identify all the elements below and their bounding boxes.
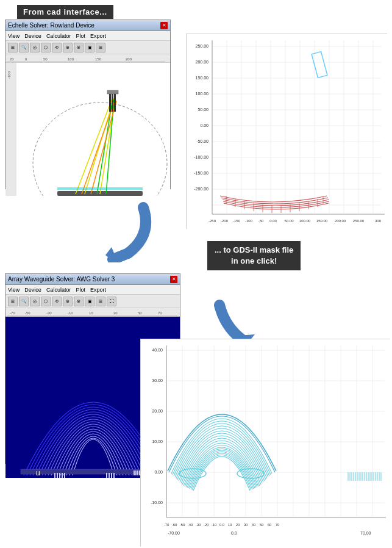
- menu-device[interactable]: Device: [24, 33, 41, 39]
- svg-rect-21: [114, 93, 116, 112]
- svg-text:0: 0: [25, 57, 27, 61]
- awg-toolbar-btn-4[interactable]: ⬡: [41, 297, 51, 306]
- svg-text:-50: -50: [25, 311, 30, 315]
- svg-rect-105: [111, 473, 112, 478]
- menu-plot[interactable]: Plot: [76, 33, 85, 39]
- awg-menu-export[interactable]: Export: [90, 287, 106, 293]
- awg-toolbar-btn-7[interactable]: ⊗: [74, 297, 84, 306]
- svg-text:-40: -40: [188, 523, 193, 527]
- cad-menubar: View Device Calculator Plot Export: [5, 31, 170, 41]
- svg-text:100.00: 100.00: [299, 219, 311, 223]
- svg-text:20.00: 20.00: [152, 409, 163, 413]
- svg-text:200.00: 200.00: [335, 219, 346, 223]
- cad-window: Echelle Solver: Rowland Device ✕ View De…: [5, 20, 171, 189]
- awg-toolbar-btn-1[interactable]: ⊞: [8, 297, 18, 306]
- svg-text:-100: -100: [7, 71, 11, 79]
- svg-text:250.00: 250.00: [196, 44, 209, 48]
- toolbar-btn-1[interactable]: ⊞: [8, 43, 18, 52]
- awg-menu-plot[interactable]: Plot: [76, 287, 85, 293]
- awg-toolbar-btn-3[interactable]: ◎: [30, 297, 40, 306]
- svg-text:u: u: [36, 469, 40, 477]
- toolbar-btn-2[interactable]: 🔍: [19, 43, 29, 52]
- svg-text:-10: -10: [212, 523, 217, 527]
- svg-text:-150.00: -150.00: [194, 171, 208, 175]
- svg-text:-50.00: -50.00: [196, 139, 208, 143]
- svg-text:30: 30: [244, 523, 248, 527]
- awg-toolbar-btn-5[interactable]: ⟲: [52, 297, 62, 306]
- menu-view[interactable]: View: [8, 33, 20, 39]
- svg-rect-101: [62, 473, 63, 478]
- svg-text:70: 70: [276, 523, 280, 527]
- svg-text:150.00: 150.00: [316, 219, 328, 223]
- toolbar-btn-9[interactable]: ⊞: [96, 43, 105, 52]
- svg-text:-100.00: -100.00: [194, 155, 208, 159]
- awg-ruler: -70 -50 -30 -10 10 30 50 70: [5, 308, 180, 317]
- awg-toolbar: ⊞ 🔍 ◎ ⬡ ⟲ ⊕ ⊗ ▣ ⊞ ⛶: [5, 295, 180, 308]
- awg-toolbar-btn-2[interactable]: 🔍: [19, 297, 29, 306]
- svg-text:-50: -50: [180, 523, 185, 527]
- awg-toolbar-btn-10[interactable]: ⛶: [107, 297, 116, 306]
- toolbar-btn-6[interactable]: ⊕: [63, 43, 73, 52]
- svg-text:60: 60: [268, 523, 272, 527]
- svg-text:20: 20: [236, 523, 240, 527]
- svg-text:10.00: 10.00: [152, 439, 163, 444]
- top-arrow: [94, 201, 168, 262]
- awg-toolbar-btn-6[interactable]: ⊕: [63, 297, 73, 306]
- awg-titlebar: Array Waveguide Solver: AWG Solver 3 ✕: [5, 274, 180, 285]
- svg-text:-100: -100: [245, 219, 253, 223]
- svg-rect-20: [112, 93, 113, 112]
- svg-text:-200: -200: [221, 219, 229, 223]
- svg-rect-24: [187, 34, 388, 229]
- awg-menu-view[interactable]: View: [8, 287, 20, 293]
- svg-text:0.00: 0.00: [154, 470, 163, 474]
- svg-text:-10.00: -10.00: [151, 500, 163, 505]
- cad-close-button[interactable]: ✕: [160, 22, 168, 29]
- svg-text:10: 10: [228, 523, 232, 527]
- svg-rect-106: [113, 473, 115, 478]
- bottom-right-plot: 40.00 30.00 20.00 10.00 0.00 -10.00 -70 …: [140, 339, 390, 546]
- toolbar-btn-4[interactable]: ⬡: [41, 43, 51, 52]
- svg-rect-99: [57, 473, 58, 478]
- awg-close-button[interactable]: ✕: [170, 276, 177, 283]
- awg-toolbar-btn-9[interactable]: ⊞: [96, 297, 105, 306]
- svg-text:100: 100: [68, 57, 74, 61]
- awg-menu-device[interactable]: Device: [24, 287, 41, 293]
- svg-rect-108: [134, 470, 135, 475]
- svg-text:200.00: 200.00: [196, 60, 209, 64]
- svg-text:-30: -30: [196, 523, 201, 527]
- svg-text:50.00: 50.00: [284, 219, 294, 223]
- svg-text:50.00: 50.00: [198, 107, 208, 112]
- menu-export[interactable]: Export: [90, 33, 106, 39]
- svg-text:300: 300: [375, 219, 382, 223]
- menu-calculator[interactable]: Calculator: [46, 33, 71, 39]
- svg-text:-30: -30: [46, 311, 52, 315]
- svg-text:250.00: 250.00: [353, 219, 365, 223]
- svg-rect-117: [141, 339, 391, 547]
- awg-toolbar-btn-8[interactable]: ▣: [85, 297, 94, 306]
- svg-rect-98: [54, 473, 55, 478]
- top-right-plot: 250.00 200.00 150.00 100.00 50.00 0.00 -…: [186, 34, 387, 229]
- svg-rect-104: [109, 473, 110, 478]
- svg-rect-23: [107, 90, 118, 94]
- svg-text:-10: -10: [68, 311, 73, 315]
- cad-title: Echelle Solver: Rowland Device: [8, 22, 160, 29]
- awg-menu-calculator[interactable]: Calculator: [46, 287, 71, 293]
- svg-text:30.00: 30.00: [152, 378, 163, 383]
- gds-line1: ... to GDS-II mask file: [215, 245, 293, 256]
- toolbar-btn-7[interactable]: ⊗: [74, 43, 84, 52]
- svg-text:10: 10: [89, 311, 93, 315]
- svg-rect-103: [106, 473, 107, 478]
- svg-rect-22: [57, 187, 143, 190]
- svg-text:-20: -20: [204, 523, 209, 527]
- from-cad-label: From cad interface...: [17, 5, 113, 19]
- cad-plot-area: -100: [5, 63, 170, 196]
- toolbar-btn-8[interactable]: ▣: [85, 43, 94, 52]
- toolbar-btn-3[interactable]: ◎: [30, 43, 40, 52]
- svg-text:200: 200: [126, 57, 132, 61]
- toolbar-btn-5[interactable]: ⟲: [52, 43, 62, 52]
- svg-text:70: 70: [158, 311, 162, 315]
- svg-text:0.00: 0.00: [269, 219, 277, 223]
- svg-text:-60: -60: [172, 523, 177, 527]
- svg-text:-50: -50: [258, 219, 264, 223]
- svg-text:150.00: 150.00: [196, 76, 209, 80]
